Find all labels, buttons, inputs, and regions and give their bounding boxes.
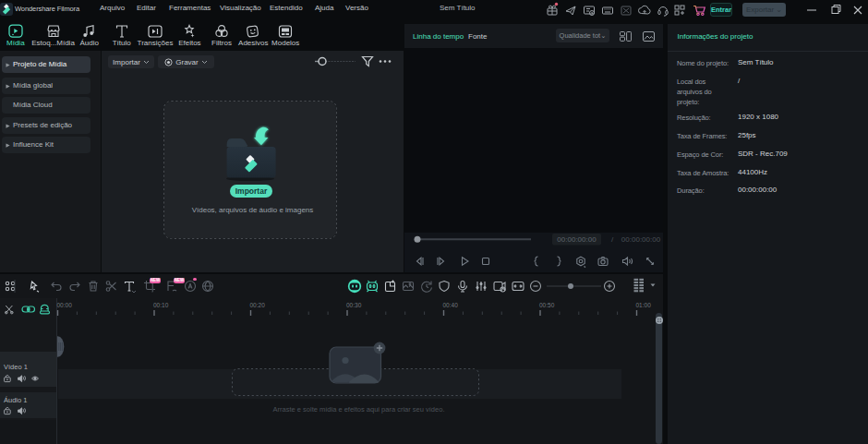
svg-text:00:00:00:00: 00:00:00:00 <box>621 235 661 244</box>
svg-text:/: / <box>611 235 614 244</box>
svg-text:00:00:00:00: 00:00:00:00 <box>557 235 597 244</box>
